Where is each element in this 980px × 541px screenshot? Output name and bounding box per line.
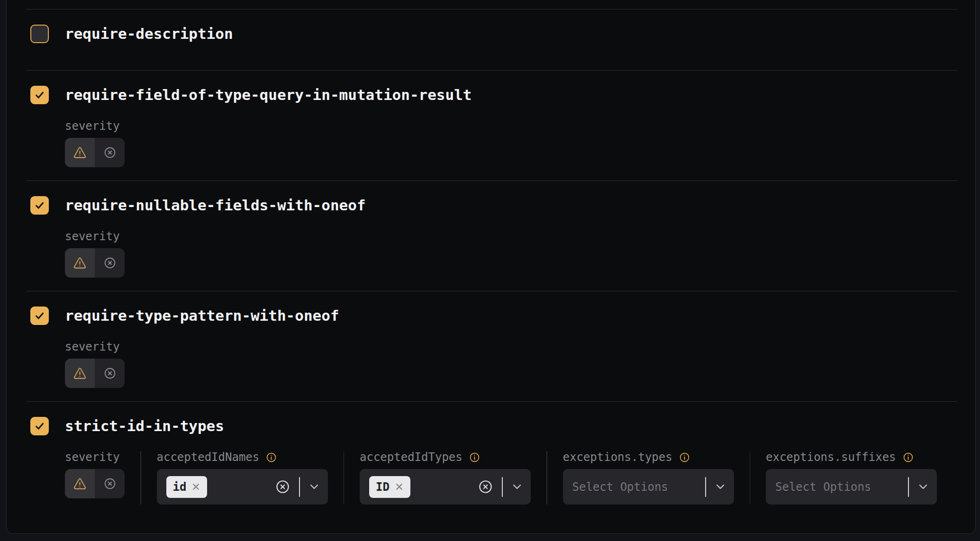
rule-row: require-field-of-type-query-in-mutation-… (27, 70, 957, 180)
rule-options: severity (65, 120, 957, 167)
severity-option: severity (65, 341, 125, 388)
severity-off-button[interactable] (95, 138, 125, 167)
option-label: severity (65, 451, 120, 463)
rule-name-label: require-field-of-type-query-in-mutation-… (65, 86, 472, 104)
rule-checkbox[interactable] (30, 307, 49, 325)
rule-header: require-type-pattern-with-oneof (27, 307, 957, 325)
chips-container: ID (369, 476, 410, 498)
multiselect-input[interactable]: Select Options (766, 469, 937, 505)
remove-chip-icon[interactable] (395, 482, 404, 491)
multiselect-placeholder: Select Options (572, 480, 668, 494)
rule-checkbox[interactable] (30, 417, 49, 435)
severity-warning-button[interactable] (65, 138, 95, 167)
rules-panel: require-description require-field-of-typ… (6, 0, 976, 534)
rule-options: severity (65, 341, 957, 388)
option-label: severity (65, 120, 120, 132)
multiselect-controls (478, 477, 521, 497)
checkmark-icon (34, 199, 45, 211)
severity-toggle (65, 469, 125, 498)
multiselect-option: acceptedIdNames id (157, 451, 328, 505)
rule-header: strict-id-in-types (27, 417, 957, 435)
checkmark-icon (34, 310, 45, 322)
warning-triangle-icon (73, 478, 87, 490)
multiselect-placeholder: Select Options (775, 480, 871, 494)
chevron-down-icon[interactable] (513, 484, 521, 489)
option-label: acceptedIdNames (157, 451, 260, 463)
multiselect-input[interactable]: ID (360, 469, 531, 505)
clear-selection-icon[interactable] (478, 479, 493, 495)
rule-row: require-nullable-fields-with-oneof sever… (27, 180, 957, 291)
multiselect-divider (502, 477, 503, 497)
selected-value-chip: id (166, 476, 208, 498)
warning-triangle-icon (73, 146, 87, 159)
rule-name-label: require-nullable-fields-with-oneof (65, 196, 366, 215)
rule-header: require-description (27, 25, 957, 43)
rule-checkbox[interactable] (30, 25, 49, 43)
multiselect-controls (697, 477, 725, 497)
severity-off-button[interactable] (95, 359, 125, 388)
rule-checkbox[interactable] (30, 86, 49, 104)
info-icon[interactable] (469, 452, 480, 463)
info-icon[interactable] (903, 452, 914, 463)
severity-toggle (65, 248, 125, 278)
option-column-divider (750, 451, 751, 505)
multiselect-divider (705, 477, 706, 497)
chevron-down-icon[interactable] (310, 484, 318, 489)
remove-chip-icon[interactable] (191, 482, 200, 491)
chevron-down-icon[interactable] (919, 484, 927, 489)
x-circle-icon (103, 256, 117, 270)
info-icon[interactable] (266, 452, 277, 463)
rule-name-label: require-description (65, 25, 233, 43)
chevron-down-icon[interactable] (716, 484, 725, 489)
multiselect-controls (275, 477, 318, 497)
chip-label: ID (376, 480, 390, 494)
rules-list: require-description require-field-of-typ… (27, 9, 957, 535)
severity-off-button[interactable] (95, 248, 125, 278)
rule-header: require-field-of-type-query-in-mutation-… (27, 86, 957, 104)
clear-selection-icon[interactable] (275, 479, 290, 495)
severity-toggle (65, 138, 125, 167)
warning-triangle-icon (73, 367, 87, 380)
rule-checkbox[interactable] (30, 196, 49, 215)
multiselect-divider (299, 477, 300, 497)
option-label: exceptions.types (563, 451, 672, 463)
option-column-divider (140, 451, 141, 505)
severity-warning-button[interactable] (65, 469, 95, 498)
chip-label: id (173, 480, 187, 494)
rule-row: require-description (27, 9, 957, 70)
severity-warning-button[interactable] (65, 359, 95, 388)
rule-row: strict-id-in-types severity acceptedIdNa… (27, 401, 957, 535)
multiselect-input[interactable]: Select Options (563, 469, 734, 505)
rule-options: severity (65, 231, 957, 278)
option-label: severity (65, 341, 120, 352)
rule-row: require-type-pattern-with-oneof severity (27, 291, 957, 401)
chips-container: id (166, 476, 208, 498)
option-column-divider (546, 451, 547, 505)
x-circle-icon (103, 477, 117, 490)
option-label: acceptedIdTypes (360, 451, 463, 463)
selected-value-chip: ID (369, 476, 410, 498)
severity-warning-button[interactable] (65, 248, 95, 278)
option-label: severity (65, 231, 120, 242)
rule-header: require-nullable-fields-with-oneof (27, 196, 957, 215)
severity-option: severity (65, 451, 125, 498)
info-icon[interactable] (679, 452, 690, 463)
checkmark-icon (34, 420, 45, 432)
severity-toggle (65, 359, 125, 388)
rule-name-label: strict-id-in-types (65, 417, 224, 435)
option-column-divider (344, 451, 345, 505)
rule-options: severity acceptedIdNames (65, 451, 957, 505)
multiselect-controls (899, 477, 927, 497)
checkmark-icon (34, 89, 45, 101)
multiselect-option: exceptions.suffixes Select Options (766, 451, 937, 505)
rule-name-label: require-type-pattern-with-oneof (65, 307, 339, 325)
multiselect-input[interactable]: id (157, 469, 328, 505)
severity-option: severity (65, 231, 125, 278)
x-circle-icon (103, 146, 117, 159)
severity-off-button[interactable] (95, 469, 125, 498)
warning-triangle-icon (73, 257, 87, 270)
x-circle-icon (103, 367, 117, 380)
option-label: exceptions.suffixes (766, 451, 896, 463)
multiselect-option: exceptions.types Select Options (563, 451, 734, 505)
severity-option: severity (65, 120, 125, 167)
